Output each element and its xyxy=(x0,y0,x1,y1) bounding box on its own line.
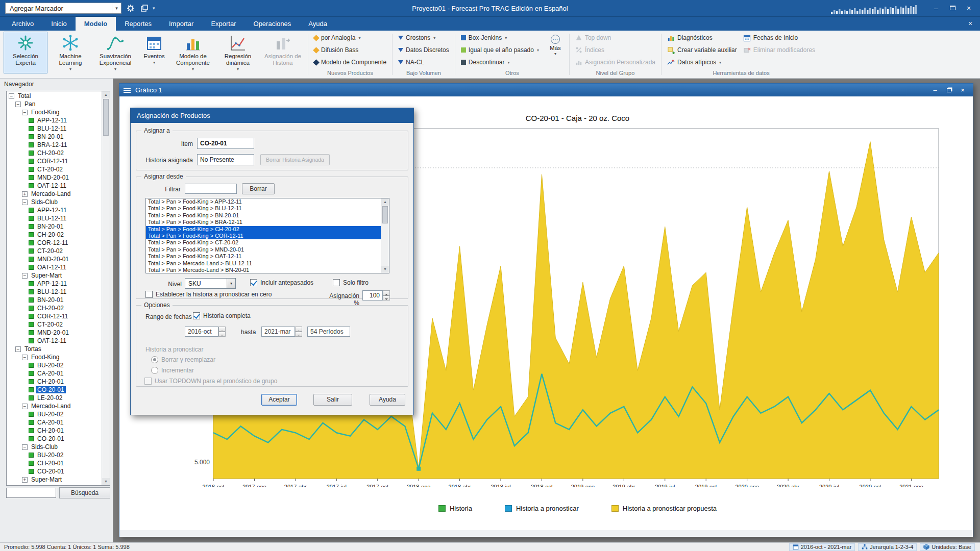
na-cl-button[interactable]: NA-CL xyxy=(395,56,427,68)
date-from-field[interactable] xyxy=(185,327,218,337)
clear-filter-button[interactable]: Borrar xyxy=(242,183,275,194)
assign-list-item[interactable]: Total > Pan > Food-King > BN-20-01 xyxy=(146,212,381,219)
assign-list-item[interactable]: Total > Pan > Food-King > BRA-12-11 xyxy=(146,219,381,226)
status-units[interactable]: Unidades: Base xyxy=(920,543,975,551)
diagnostics-button[interactable]: Diagnósticos xyxy=(664,32,740,44)
tree-item-ct-20-02[interactable]: CT-20-02 xyxy=(7,320,102,329)
radio-icon[interactable] xyxy=(151,367,158,374)
chart-window-titlebar[interactable]: Gráfico 1 – × xyxy=(119,84,973,96)
expand-icon[interactable]: + xyxy=(22,191,28,197)
component-model-button[interactable]: Modelo de Componente ▾ xyxy=(171,32,215,73)
outliers-button[interactable]: Datos atípicos ▾ xyxy=(664,56,740,68)
events-button[interactable]: Eventos ▾ xyxy=(138,32,170,73)
tree-item-oat-12-11[interactable]: OAT-12-11 xyxy=(7,337,102,345)
tree-item-super-mart[interactable]: −Super-Mart xyxy=(7,271,102,280)
allocation-stepper[interactable] xyxy=(383,290,390,300)
tree-item-blu-12-11[interactable]: BLU-12-11 xyxy=(7,214,102,222)
tab-modelo[interactable]: Modelo xyxy=(76,17,116,31)
date-to-field[interactable] xyxy=(261,327,295,337)
expand-icon[interactable]: + xyxy=(22,477,28,483)
tab-operaciones[interactable]: Operaciones xyxy=(245,17,300,31)
window-menu-icon[interactable] xyxy=(124,88,131,93)
assigned-history-field[interactable] xyxy=(197,154,254,165)
dialog-titlebar[interactable]: Asignación de Productos xyxy=(131,108,413,123)
marker-dropdown[interactable]: Agregar Marcador ▾ xyxy=(5,3,121,14)
collapse-icon[interactable]: − xyxy=(22,199,28,205)
tree-item-ch-20-02[interactable]: CH-20-02 xyxy=(7,149,102,157)
collapse-icon[interactable]: − xyxy=(22,110,28,115)
tree-item-bu-20-02[interactable]: BU-20-02 xyxy=(7,451,102,459)
tab-reportes[interactable]: Reportes xyxy=(116,17,160,31)
tree-item-mercado-land[interactable]: −Mercado-Land xyxy=(7,402,102,410)
tree-item-ch-20-02[interactable]: CH-20-02 xyxy=(7,304,102,312)
bass-diffusion-button[interactable]: Difusión Bass xyxy=(311,44,361,56)
tree-item-super-mart[interactable]: +Super-Mart xyxy=(7,475,102,484)
clear-assigned-history-button[interactable]: Borrar Historia Asignada xyxy=(260,154,330,165)
discontinue-button[interactable]: Descontinuar ▾ xyxy=(458,56,542,68)
tab-archivo[interactable]: Archivo xyxy=(3,17,42,31)
full-history-checkbox[interactable]: Historia completa xyxy=(193,312,251,319)
tree-item-bn-20-01[interactable]: BN-20-01 xyxy=(7,222,102,231)
item-field[interactable] xyxy=(197,138,254,149)
tree-item-co-20-01[interactable]: CO-20-01 xyxy=(7,435,102,443)
set-history-zero-checkbox[interactable]: Establecer la historia a pronosticar en … xyxy=(145,291,272,298)
tree-item-le-20-02[interactable]: LE-20-02 xyxy=(7,394,102,402)
machine-learning-button[interactable]: Machine Learning ▾ xyxy=(48,32,92,73)
tree-item-ct-20-02[interactable]: CT-20-02 xyxy=(7,247,102,255)
collapse-icon[interactable]: − xyxy=(22,404,28,409)
status-hierarchy[interactable]: Jerarquía 1-2-3-4 xyxy=(858,543,917,551)
more-button[interactable]: ⋯ Más ▾ xyxy=(544,32,567,56)
tab-ayuda[interactable]: Ayuda xyxy=(300,17,336,31)
list-scrollbar[interactable]: ▲ ▼ xyxy=(381,198,389,273)
collapse-icon[interactable]: − xyxy=(22,355,28,360)
window-minimize-button[interactable]: – xyxy=(929,86,941,95)
filter-input[interactable] xyxy=(185,184,237,194)
replace-radio[interactable]: Borrar y reemplazar xyxy=(151,356,215,363)
close-button[interactable]: × xyxy=(962,3,976,13)
level-select[interactable]: SKU ▾ xyxy=(185,278,236,289)
crostons-button[interactable]: Crostons ▾ xyxy=(395,32,438,44)
radio-icon[interactable] xyxy=(151,356,158,363)
scrollbar-thumb[interactable] xyxy=(382,206,388,223)
exponential-smoothing-button[interactable]: Suavización Exponencial ▾ xyxy=(93,32,137,73)
assign-list-item[interactable]: Total > Pan > Food-King > BLU-12-11 xyxy=(146,205,381,212)
document-close-icon[interactable]: × xyxy=(966,19,975,28)
checkbox-icon[interactable] xyxy=(145,291,153,298)
increment-radio[interactable]: Incrementar xyxy=(151,367,194,374)
custom-allocation-button[interactable]: Asignación Personalizada xyxy=(572,56,658,68)
component-model-small-button[interactable]: Modelo de Componente xyxy=(311,56,389,68)
window-restore-button[interactable] xyxy=(943,86,955,95)
dynamic-regression-button[interactable]: Regresión dinámica ▾ xyxy=(216,32,260,73)
exit-button[interactable]: Salir xyxy=(313,394,352,406)
quick-access-customize-icon[interactable]: ▾ xyxy=(153,6,155,11)
tree-item-ch-20-02[interactable]: CH-20-02 xyxy=(7,231,102,239)
topdown-checkbox[interactable]: Usar TOPDOWN para el pronóstico de grupo xyxy=(144,378,277,385)
tree-scrollbar[interactable]: ▲ ▼ xyxy=(102,91,110,485)
assign-list-item[interactable]: Total > Pan > Food-King > CT-20-02 xyxy=(146,239,381,246)
tree-item-bu-20-02[interactable]: BU-20-02 xyxy=(7,410,102,418)
collapse-icon[interactable]: − xyxy=(9,93,14,99)
scrollbar-thumb[interactable] xyxy=(103,99,109,136)
filter-only-checkbox[interactable]: Solo filtro xyxy=(333,279,369,286)
checkbox-icon[interactable] xyxy=(193,312,200,319)
tree-item-bu-20-02[interactable]: BU-20-02 xyxy=(7,361,102,369)
window-close-button[interactable]: × xyxy=(957,86,969,95)
checkbox-icon[interactable] xyxy=(250,279,257,286)
assign-from-list[interactable]: Total > Pan > Food-King > APP-12-11Total… xyxy=(145,198,389,273)
tree-item-cor-12-11[interactable]: COR-12-11 xyxy=(7,157,102,165)
checkbox-icon[interactable] xyxy=(333,279,340,286)
tree-item-mnd-20-01[interactable]: MND-20-01 xyxy=(7,329,102,337)
tree-item-app-12-11[interactable]: APP-12-11 xyxy=(7,206,102,214)
collapse-icon[interactable]: − xyxy=(22,273,28,279)
box-jenkins-button[interactable]: Box-Jenkins ▾ xyxy=(458,32,542,44)
tree-item-mnd-20-01[interactable]: MND-20-01 xyxy=(7,255,102,263)
status-date-range[interactable]: 2016-oct - 2021-mar xyxy=(789,543,855,551)
tree-item-food-king[interactable]: −Food-King xyxy=(7,353,102,361)
tree-item-sids-club[interactable]: −Sids-Club xyxy=(7,443,102,451)
assign-list-item[interactable]: Total > Pan > Mercado-Land > BLU-12-11 xyxy=(146,260,381,267)
assign-list-item[interactable]: Total > Pan > Food-King > APP-12-11 xyxy=(146,198,381,205)
tree-item-bn-20-01[interactable]: BN-20-01 xyxy=(7,133,102,141)
search-input[interactable] xyxy=(6,488,56,498)
start-dates-button[interactable]: Fechas de Inicio xyxy=(740,32,818,44)
collapse-icon[interactable]: − xyxy=(15,346,21,352)
